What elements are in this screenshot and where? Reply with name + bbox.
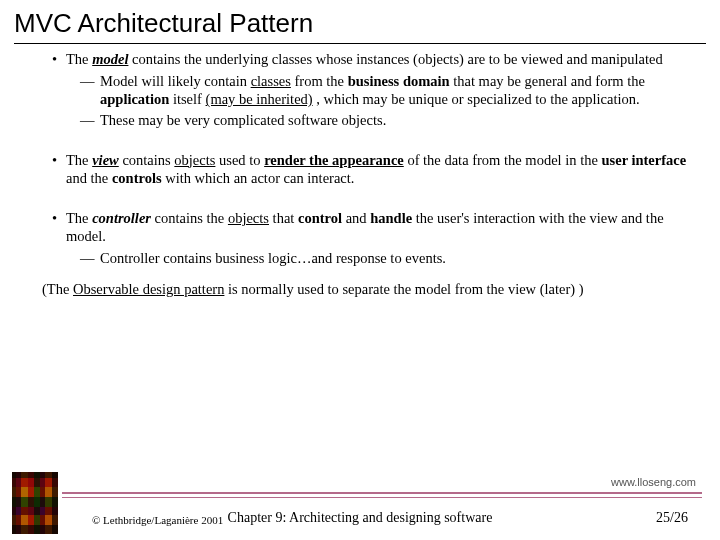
footer-rule-thick (62, 492, 702, 494)
slide-body: The model contains the underlying classe… (52, 50, 692, 267)
footnote: (The Observable design pattern is normal… (42, 281, 698, 298)
text: contains the underlying classes whose in… (128, 51, 662, 67)
footer-chapter: Chapter 9: Architecting and designing so… (0, 510, 720, 526)
footer-url: www.lloseng.com (611, 476, 696, 488)
bullet-model-sub2: These may be very complicated software o… (52, 111, 692, 129)
bullet-view: The view contains objects used to render… (52, 151, 692, 187)
bullet-controller: The controller contains the objects that… (52, 209, 692, 245)
footer-rule-thin (62, 497, 702, 498)
footer-page-number: 25/26 (656, 510, 688, 526)
bullet-model-sub1: Model will likely contain classes from t… (52, 72, 692, 108)
footer: www.lloseng.com © Lethbridge/Laganière 2… (0, 466, 720, 540)
slide-title: MVC Architectural Pattern (14, 8, 720, 39)
title-underline (14, 43, 706, 44)
term-model: model (92, 51, 128, 67)
bullet-controller-sub1: Controller contains business logic…and r… (52, 249, 692, 267)
bullet-model: The model contains the underlying classe… (52, 50, 692, 68)
text: The (66, 51, 92, 67)
